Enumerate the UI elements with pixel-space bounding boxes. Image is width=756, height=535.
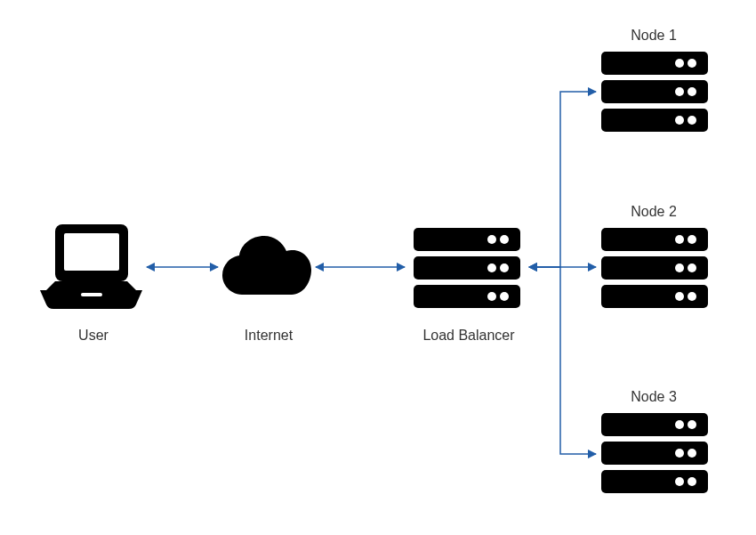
node3-icon-wrap [601,413,708,493]
edge-lb-node1 [529,92,596,267]
node2-icon-wrap [601,228,708,308]
server-icon [414,228,520,308]
load-balancer-label: Load Balancer [420,328,518,344]
node1-icon-wrap [601,52,708,132]
server-icon [601,228,708,308]
edge-lb-node3 [529,267,596,454]
svg-rect-2 [81,293,102,296]
architecture-diagram: User Internet [0,0,756,535]
server-icon [601,413,708,493]
user-label: User [62,328,125,344]
internet-label: Internet [233,328,304,344]
node2-label: Node 2 [623,204,685,220]
node3-label: Node 3 [623,389,685,405]
internet-icon-wrap [222,236,311,298]
load-balancer-icon-wrap [414,228,520,308]
laptop-icon [40,224,142,309]
node1-label: Node 1 [623,28,685,44]
svg-rect-1 [64,233,119,271]
server-icon [601,52,708,132]
cloud-icon [222,236,311,298]
user-icon-wrap [40,224,142,309]
